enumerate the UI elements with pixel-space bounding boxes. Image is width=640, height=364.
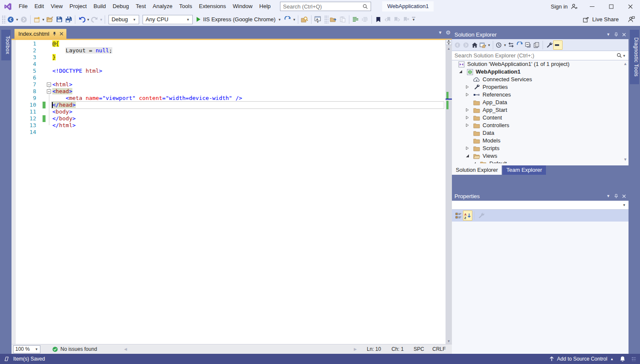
maximize-button[interactable] bbox=[602, 0, 621, 13]
properties-object-combo[interactable]: ▾ bbox=[452, 201, 629, 210]
tree-item-default[interactable]: Default bbox=[452, 160, 629, 163]
navigate-backward-icon[interactable] bbox=[6, 14, 15, 25]
tab-solution-explorer[interactable]: Solution Explorer bbox=[452, 165, 502, 175]
editor-split-handle[interactable] bbox=[446, 40, 452, 45]
collapsed-arrow-icon[interactable] bbox=[466, 93, 470, 97]
collapsed-arrow-icon[interactable] bbox=[466, 123, 470, 128]
minimize-button[interactable] bbox=[583, 0, 602, 13]
solution-configuration-combo[interactable]: Debug▾ bbox=[109, 15, 139, 24]
se-collapse-all-icon[interactable] bbox=[524, 40, 532, 50]
code-line-10[interactable]: 10</head> bbox=[11, 102, 446, 108]
diagnostic-tools-tab[interactable]: Diagnostic Tools bbox=[630, 30, 639, 84]
quick-search-input[interactable] bbox=[283, 3, 363, 10]
pin-panel-icon[interactable] bbox=[614, 32, 618, 37]
tree-item-webapplication1[interactable]: WebApplication1 bbox=[452, 68, 629, 76]
close-tab-icon[interactable] bbox=[60, 32, 63, 36]
se-switch-views-dropdown[interactable]: ▾ bbox=[487, 43, 491, 47]
outline-margin[interactable]: − bbox=[47, 88, 51, 95]
refresh-dropdown[interactable]: ▾ bbox=[292, 17, 296, 22]
menu-debug[interactable]: Debug bbox=[109, 0, 132, 13]
paste-icon[interactable] bbox=[338, 14, 347, 25]
expanded-arrow-icon[interactable] bbox=[472, 162, 477, 163]
toggle-bookmark-icon[interactable] bbox=[374, 14, 383, 25]
alphabetical-sort-icon[interactable]: AZ bbox=[463, 210, 472, 221]
live-share-button[interactable]: Live Share bbox=[580, 14, 622, 25]
zoom-selector[interactable]: 100 %▾ bbox=[13, 345, 40, 353]
save-all-icon[interactable] bbox=[64, 14, 73, 25]
uncomment-lines-icon[interactable] bbox=[360, 14, 370, 25]
solution-search-box[interactable]: ▾ bbox=[452, 51, 629, 60]
se-forward-icon[interactable] bbox=[462, 40, 470, 50]
scroll-down-icon[interactable]: ▼ bbox=[446, 338, 452, 344]
menu-view[interactable]: View bbox=[47, 0, 66, 13]
collapsed-arrow-icon[interactable] bbox=[466, 85, 470, 89]
tree-item-solution-webapplication1-1-of-1-project-[interactable]: Solution 'WebApplication1' (1 of 1 proje… bbox=[452, 60, 629, 68]
expanded-arrow-icon[interactable] bbox=[459, 70, 463, 74]
menu-tools[interactable]: Tools bbox=[176, 0, 195, 13]
toolbox-tab[interactable]: Toolbox bbox=[1, 30, 11, 60]
toolbar-overflow-icon[interactable]: ▾ bbox=[412, 17, 416, 22]
editor-options-gear-icon[interactable]: ⚙ bbox=[446, 29, 451, 36]
add-to-source-control-button[interactable]: Add to Source Control ▲ bbox=[549, 356, 614, 362]
refresh-browser-icon[interactable] bbox=[283, 14, 292, 25]
document-tab-index-cshtml[interactable]: Index.cshtml bbox=[14, 29, 66, 39]
undo-dropdown[interactable]: ▾ bbox=[86, 17, 90, 22]
tree-item-controllers[interactable]: Controllers bbox=[452, 122, 629, 129]
undo-icon[interactable] bbox=[77, 14, 86, 25]
navigate-forward-icon[interactable] bbox=[19, 14, 29, 25]
properties-grid[interactable] bbox=[452, 222, 629, 354]
scroll-up-icon[interactable]: ▲ bbox=[446, 46, 452, 51]
tab-team-explorer[interactable]: Team Explorer bbox=[503, 165, 546, 175]
property-pages-icon[interactable] bbox=[476, 210, 486, 221]
menu-help[interactable]: Help bbox=[256, 0, 274, 13]
tree-item-data[interactable]: Data bbox=[452, 129, 629, 137]
close-panel-icon[interactable] bbox=[622, 194, 626, 198]
tree-item-references[interactable]: References bbox=[452, 91, 629, 99]
editor-horizontal-scrollbar[interactable]: ◀ ▶ bbox=[123, 346, 358, 353]
se-pending-changes-filter-icon[interactable] bbox=[495, 40, 503, 50]
code-line-4[interactable]: 4 bbox=[11, 61, 446, 68]
tree-item-connected-services[interactable]: Connected Services bbox=[452, 76, 629, 83]
close-panel-icon[interactable] bbox=[622, 33, 626, 37]
menu-test[interactable]: Test bbox=[132, 0, 149, 13]
collapsed-arrow-icon[interactable] bbox=[466, 146, 470, 151]
resize-grip[interactable] bbox=[631, 357, 636, 361]
find-in-files-icon[interactable] bbox=[300, 14, 309, 25]
tree-item-models[interactable]: Models bbox=[452, 137, 629, 145]
se-refresh-icon[interactable] bbox=[515, 40, 524, 50]
send-feedback-icon[interactable] bbox=[626, 14, 636, 25]
collapsed-arrow-icon[interactable] bbox=[466, 108, 470, 112]
menu-extensions[interactable]: Extensions bbox=[195, 0, 229, 13]
menu-window[interactable]: Window bbox=[229, 0, 256, 13]
code-line-14[interactable]: 14 bbox=[11, 129, 446, 136]
new-project-dropdown[interactable]: ▾ bbox=[42, 17, 46, 22]
se-filter-dropdown[interactable]: ▾ bbox=[503, 43, 507, 47]
menu-file[interactable]: File bbox=[15, 0, 31, 13]
code-line-6[interactable]: 6 bbox=[11, 74, 446, 81]
categorized-view-icon[interactable] bbox=[454, 210, 463, 221]
solution-explorer-header[interactable]: Solution Explorer ▼ bbox=[452, 30, 629, 39]
code-line-3[interactable]: 3} bbox=[11, 54, 446, 61]
se-home-icon[interactable] bbox=[470, 40, 479, 50]
quick-search-box[interactable] bbox=[280, 2, 371, 11]
new-project-icon[interactable] bbox=[32, 14, 42, 25]
collapse-region-icon[interactable]: − bbox=[47, 82, 51, 87]
code-line-13[interactable]: 13</html> bbox=[11, 122, 446, 129]
tree-item-scripts[interactable]: Scripts bbox=[452, 145, 629, 152]
tree-item-app-start[interactable]: App_Start bbox=[452, 106, 629, 114]
code-line-11[interactable]: 11<body> bbox=[11, 108, 446, 115]
navigate-to-file-icon[interactable] bbox=[329, 14, 338, 25]
se-switch-views-icon[interactable] bbox=[479, 40, 487, 50]
redo-icon[interactable] bbox=[90, 14, 100, 25]
navigate-backward-dropdown[interactable]: ▾ bbox=[15, 17, 19, 22]
se-show-all-files-icon[interactable] bbox=[532, 40, 541, 50]
tree-item-views[interactable]: Views bbox=[452, 152, 629, 160]
code-line-5[interactable]: 5<!DOCTYPE html> bbox=[11, 68, 446, 74]
clear-bookmarks-icon[interactable] bbox=[402, 14, 411, 25]
code-line-9[interactable]: 9 <meta name="viewport" content="width=d… bbox=[11, 95, 446, 102]
window-position-dropdown-icon[interactable]: ▼ bbox=[606, 194, 610, 198]
code-line-12[interactable]: 12</body> bbox=[11, 115, 446, 122]
code-line-7[interactable]: 7−<html> bbox=[11, 81, 446, 88]
collapsed-arrow-icon[interactable] bbox=[466, 116, 470, 120]
scroll-right-icon[interactable]: ▶ bbox=[352, 346, 358, 353]
